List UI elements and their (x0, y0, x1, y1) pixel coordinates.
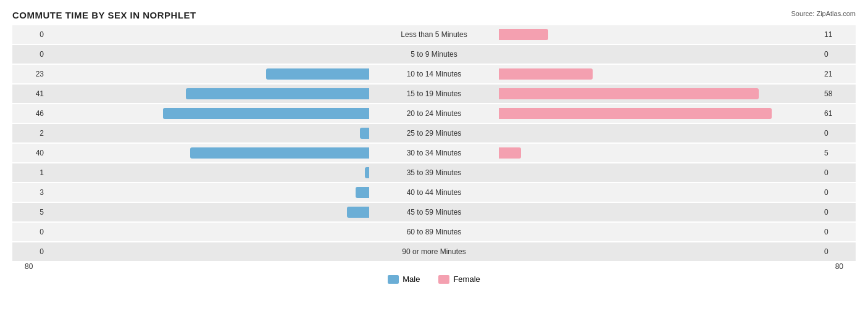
bar-left-value: 0 (12, 247, 46, 256)
bar-row: 545 to 59 Minutes0 (12, 203, 856, 221)
legend-male-label: Male (403, 275, 420, 284)
legend: Male Female (12, 275, 856, 284)
bottom-labels: 80 80 (12, 262, 856, 271)
bar-middle: 30 to 34 Minutes (46, 144, 822, 162)
bar-middle: Less than 5 Minutes (46, 25, 822, 44)
bar-left-value: 0 (12, 228, 46, 236)
bar-middle: 35 to 39 Minutes (46, 163, 822, 182)
bar-label: 40 to 44 Minutes (407, 188, 462, 197)
bar-label: 90 or more Minutes (402, 247, 465, 256)
bar-middle: 5 to 9 Minutes (46, 45, 822, 64)
bar-male (163, 108, 369, 119)
bar-label: 30 to 34 Minutes (407, 149, 462, 157)
bar-row: 4115 to 19 Minutes58 (12, 85, 856, 103)
bar-female (499, 88, 759, 99)
bar-row: 4030 to 34 Minutes5 (12, 144, 856, 162)
bar-middle: 20 to 24 Minutes (46, 104, 822, 123)
bar-right-value: 0 (822, 168, 856, 177)
legend-male-box (388, 275, 399, 284)
bar-left-value: 3 (12, 188, 46, 197)
bar-row: 090 or more Minutes0 (12, 242, 856, 261)
bar-middle: 15 to 19 Minutes (46, 85, 822, 103)
bar-left-value: 1 (12, 168, 46, 177)
bar-label: 35 to 39 Minutes (407, 168, 462, 177)
bar-male (186, 88, 369, 99)
bar-right-value: 0 (822, 228, 856, 236)
bar-label: Less than 5 Minutes (401, 30, 467, 39)
bar-row: 0Less than 5 Minutes11 (12, 25, 856, 44)
bar-left-value: 0 (12, 30, 46, 39)
bottom-right-label: 80 (835, 262, 843, 271)
bar-left-value: 5 (12, 208, 46, 217)
legend-male: Male (388, 275, 420, 284)
bar-male (356, 187, 369, 198)
bar-male (347, 207, 369, 218)
bar-right-value: 58 (822, 89, 856, 98)
bar-label: 15 to 19 Minutes (407, 89, 462, 98)
bar-label: 25 to 29 Minutes (407, 129, 462, 138)
bar-row: 05 to 9 Minutes0 (12, 45, 856, 64)
bar-middle: 60 to 89 Minutes (46, 223, 822, 241)
source-label: Source: ZipAtlas.com (791, 10, 856, 17)
bar-left-value: 41 (12, 89, 46, 98)
bar-left-value: 0 (12, 50, 46, 59)
bar-right-value: 0 (822, 129, 856, 138)
bar-label: 60 to 89 Minutes (407, 228, 462, 236)
bar-label: 20 to 24 Minutes (407, 109, 462, 118)
bar-row: 225 to 29 Minutes0 (12, 124, 856, 142)
bar-middle: 90 or more Minutes (46, 242, 822, 261)
bottom-left-label: 80 (25, 262, 33, 271)
bar-male (190, 147, 369, 159)
bar-female (499, 68, 593, 80)
bar-right-value: 5 (822, 149, 856, 157)
bar-left-value: 2 (12, 129, 46, 138)
bars-area: 0Less than 5 Minutes1105 to 9 Minutes023… (12, 25, 856, 261)
bar-right-value: 0 (822, 50, 856, 59)
legend-female-label: Female (453, 275, 480, 284)
chart-title: COMMUTE TIME BY SEX IN NORPHLET (12, 10, 856, 20)
bar-right-value: 0 (822, 208, 856, 217)
bar-male (266, 68, 369, 80)
bar-left-value: 40 (12, 149, 46, 157)
bar-right-value: 11 (822, 30, 856, 39)
bar-female (499, 108, 772, 119)
bar-right-value: 61 (822, 109, 856, 118)
bar-row: 135 to 39 Minutes0 (12, 163, 856, 182)
bar-label: 45 to 59 Minutes (407, 208, 462, 217)
bar-middle: 25 to 29 Minutes (46, 124, 822, 142)
bar-label: 5 to 9 Minutes (411, 50, 457, 59)
bar-female (499, 147, 521, 159)
bar-middle: 40 to 44 Minutes (46, 183, 822, 202)
bar-right-value: 0 (822, 188, 856, 197)
bar-male (365, 167, 369, 178)
bar-middle: 45 to 59 Minutes (46, 203, 822, 221)
bar-left-value: 23 (12, 70, 46, 78)
bar-middle: 10 to 14 Minutes (46, 65, 822, 83)
bar-row: 340 to 44 Minutes0 (12, 183, 856, 202)
bar-right-value: 0 (822, 247, 856, 256)
bar-label: 10 to 14 Minutes (407, 70, 462, 78)
bar-right-value: 21 (822, 70, 856, 78)
legend-female: Female (438, 275, 480, 284)
bar-female (499, 29, 548, 40)
legend-female-box (438, 275, 449, 284)
bar-row: 2310 to 14 Minutes21 (12, 65, 856, 83)
bar-row: 4620 to 24 Minutes61 (12, 104, 856, 123)
bar-row: 060 to 89 Minutes0 (12, 223, 856, 241)
bar-male (360, 128, 369, 139)
bar-left-value: 46 (12, 109, 46, 118)
chart-container: COMMUTE TIME BY SEX IN NORPHLET Source: … (0, 0, 868, 322)
